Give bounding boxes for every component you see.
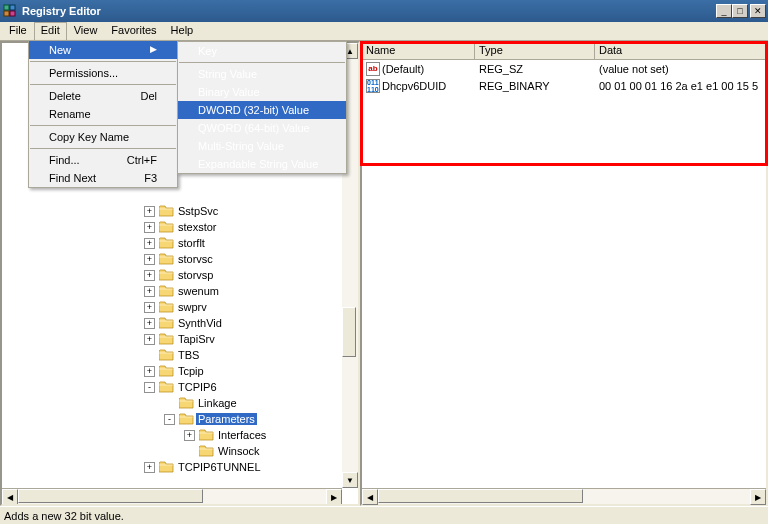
maximize-button[interactable]: □: [732, 4, 748, 18]
binary-value-icon: 011 110: [366, 79, 380, 93]
menu-rename[interactable]: Rename: [29, 105, 177, 123]
menu-favorites[interactable]: Favorites: [104, 22, 163, 40]
expand-icon[interactable]: +: [144, 238, 155, 249]
tree-row[interactable]: +SynthVid: [4, 315, 356, 331]
menu-permissions[interactable]: Permissions...: [29, 64, 177, 82]
menu-new[interactable]: New▶ Key String Value Binary Value DWORD…: [29, 41, 177, 59]
scroll-left-button[interactable]: ◀: [362, 489, 378, 505]
tree-label[interactable]: TapiSrv: [176, 333, 217, 345]
menu-copy-key[interactable]: Copy Key Name: [29, 128, 177, 146]
col-name[interactable]: Name: [362, 43, 475, 59]
tree-row[interactable]: Winsock: [4, 443, 356, 459]
folder-icon: [158, 348, 174, 362]
minimize-button[interactable]: _: [716, 4, 732, 18]
tree-row[interactable]: +storvsc: [4, 251, 356, 267]
folder-icon: [158, 300, 174, 314]
scroll-thumb-h[interactable]: [378, 489, 583, 503]
expand-icon[interactable]: +: [144, 302, 155, 313]
close-button[interactable]: ✕: [750, 4, 766, 18]
tree-row[interactable]: +stexstor: [4, 219, 356, 235]
tree-label[interactable]: swenum: [176, 285, 221, 297]
svg-rect-2: [4, 11, 9, 16]
tree-label[interactable]: TCPIP6TUNNEL: [176, 461, 263, 473]
menu-file[interactable]: File: [2, 22, 34, 40]
value-data: (value not set): [595, 63, 766, 75]
scroll-thumb-v[interactable]: [342, 307, 356, 357]
svg-rect-0: [4, 5, 9, 10]
tree-row[interactable]: +swenum: [4, 283, 356, 299]
expand-icon[interactable]: +: [144, 318, 155, 329]
tree-label[interactable]: storvsp: [176, 269, 215, 281]
expand-icon[interactable]: +: [144, 366, 155, 377]
tree-row[interactable]: +TCPIP6TUNNEL: [4, 459, 356, 475]
menu-help[interactable]: Help: [164, 22, 201, 40]
scroll-thumb-h[interactable]: [18, 489, 203, 503]
col-type[interactable]: Type: [475, 43, 595, 59]
svg-rect-3: [10, 11, 15, 16]
menu-delete[interactable]: DeleteDel: [29, 87, 177, 105]
col-data[interactable]: Data: [595, 43, 766, 59]
submenu-expandable[interactable]: Expandable String Value: [178, 155, 346, 173]
list-header: Name Type Data: [362, 43, 766, 60]
submenu-multi[interactable]: Multi-String Value: [178, 137, 346, 155]
scroll-down-button[interactable]: ▼: [342, 472, 358, 488]
menu-find[interactable]: Find...Ctrl+F: [29, 151, 177, 169]
scroll-left-button[interactable]: ◀: [2, 489, 18, 505]
tree-label[interactable]: stexstor: [176, 221, 219, 233]
menu-find-next[interactable]: Find NextF3: [29, 169, 177, 187]
collapse-icon[interactable]: -: [164, 414, 175, 425]
tree-row[interactable]: TBS: [4, 347, 356, 363]
menu-view[interactable]: View: [67, 22, 105, 40]
tree-label[interactable]: TBS: [176, 349, 201, 361]
tree-label[interactable]: Linkage: [196, 397, 239, 409]
folder-icon: [158, 380, 174, 394]
submenu-binary[interactable]: Binary Value: [178, 83, 346, 101]
tree-label[interactable]: Tcpip: [176, 365, 206, 377]
new-submenu: Key String Value Binary Value DWORD (32-…: [177, 41, 347, 174]
tree-label[interactable]: SynthVid: [176, 317, 224, 329]
scroll-right-button[interactable]: ▶: [326, 489, 342, 505]
menu-edit[interactable]: Edit: [34, 22, 67, 40]
scroll-right-button[interactable]: ▶: [750, 489, 766, 505]
tree-row[interactable]: +TapiSrv: [4, 331, 356, 347]
tree-scrollbar-h[interactable]: ◀ ▶: [2, 488, 342, 504]
tree-row[interactable]: +Interfaces: [4, 427, 356, 443]
expand-icon[interactable]: +: [144, 254, 155, 265]
tree-row[interactable]: +Tcpip: [4, 363, 356, 379]
tree-row[interactable]: -Parameters: [4, 411, 356, 427]
submenu-string[interactable]: String Value: [178, 65, 346, 83]
tree-row[interactable]: +swprv: [4, 299, 356, 315]
tree-label[interactable]: SstpSvc: [176, 205, 220, 217]
submenu-key[interactable]: Key: [178, 42, 346, 60]
tree-row[interactable]: +SstpSvc: [4, 203, 356, 219]
value-name: Dhcpv6DUID: [382, 80, 446, 92]
folder-icon: [158, 460, 174, 474]
expand-icon[interactable]: +: [144, 462, 155, 473]
expand-icon[interactable]: +: [144, 222, 155, 233]
tree-row[interactable]: -TCPIP6: [4, 379, 356, 395]
tree-row[interactable]: +storflt: [4, 235, 356, 251]
tree-label[interactable]: storvsc: [176, 253, 215, 265]
folder-icon: [158, 332, 174, 346]
expand-icon[interactable]: +: [144, 286, 155, 297]
submenu-qword[interactable]: QWORD (64-bit) Value: [178, 119, 346, 137]
expand-icon[interactable]: +: [144, 334, 155, 345]
tree-label[interactable]: TCPIP6: [176, 381, 219, 393]
tree-label[interactable]: Interfaces: [216, 429, 268, 441]
tree-label[interactable]: swprv: [176, 301, 209, 313]
expand-icon[interactable]: +: [144, 270, 155, 281]
tree-label[interactable]: Parameters: [196, 413, 257, 425]
tree-label[interactable]: Winsock: [216, 445, 262, 457]
tree-row[interactable]: +storvsp: [4, 267, 356, 283]
list-row[interactable]: 011 110Dhcpv6DUIDREG_BINARY00 01 00 01 1…: [362, 77, 766, 94]
collapse-icon[interactable]: -: [144, 382, 155, 393]
expand-icon[interactable]: +: [184, 430, 195, 441]
submenu-dword[interactable]: DWORD (32-bit) Value: [178, 101, 346, 119]
folder-icon: [158, 316, 174, 330]
list-row[interactable]: ab(Default)REG_SZ(value not set): [362, 60, 766, 77]
expand-icon[interactable]: +: [144, 206, 155, 217]
tree-row[interactable]: Linkage: [4, 395, 356, 411]
list-panel[interactable]: Name Type Data ab(Default)REG_SZ(value n…: [360, 41, 768, 506]
list-scrollbar-h[interactable]: ◀ ▶: [362, 488, 766, 504]
tree-label[interactable]: storflt: [176, 237, 207, 249]
